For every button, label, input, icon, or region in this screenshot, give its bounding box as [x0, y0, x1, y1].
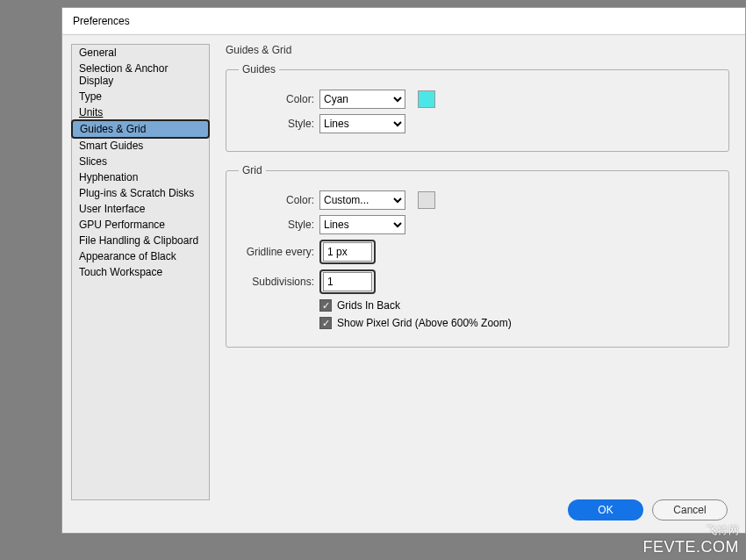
sidebar-item-smart-guides[interactable]: Smart Guides: [72, 138, 209, 154]
sidebar-item-file-handling-clipboard[interactable]: File Handling & Clipboard: [72, 233, 209, 248]
guides-color-swatch[interactable]: [418, 90, 435, 108]
sidebar-item-plug-ins-scratch-disks[interactable]: Plug-ins & Scratch Disks: [72, 185, 209, 201]
grid-color-swatch[interactable]: [418, 191, 435, 209]
sidebar-item-touch-workspace[interactable]: Touch Workspace: [72, 264, 209, 280]
sidebar-item-hyphenation[interactable]: Hyphenation: [72, 169, 209, 185]
grid-group: Grid Color: Custom... Style: Lines Gridl…: [226, 164, 729, 348]
grids-in-back-checkbox[interactable]: ✓: [319, 299, 332, 312]
grid-color-select[interactable]: Custom...: [319, 190, 405, 210]
grids-in-back-label: Grids In Back: [337, 299, 400, 312]
check-icon: ✓: [322, 301, 330, 311]
grid-legend: Grid: [239, 164, 266, 176]
guides-color-select[interactable]: Cyan: [319, 90, 405, 109]
gridline-highlight: [319, 240, 376, 264]
dialog-title: Preferences: [62, 8, 745, 35]
guides-color-label: Color:: [239, 93, 314, 105]
sidebar-item-user-interface[interactable]: User Interface: [72, 201, 209, 217]
ok-button[interactable]: OK: [568, 499, 643, 521]
sidebar-item-general[interactable]: General: [72, 45, 209, 61]
watermark: 飞特网 FEVTE.COM: [642, 523, 739, 556]
guides-group: Guides Color: Cyan Style: Lines: [226, 63, 729, 152]
subdivisions-input[interactable]: [323, 272, 372, 291]
content: Guides & Grid Guides Color: Cyan Style: …: [219, 44, 736, 500]
sidebar-item-selection-anchor-display[interactable]: Selection & Anchor Display: [72, 61, 209, 89]
subdivisions-label: Subdivisions:: [239, 276, 314, 288]
sidebar-item-slices[interactable]: Slices: [72, 154, 209, 169]
cancel-button[interactable]: Cancel: [652, 499, 728, 521]
guides-style-select[interactable]: Lines: [319, 114, 405, 133]
dialog-body: GeneralSelection & Anchor DisplayTypeUni…: [62, 35, 745, 509]
show-pixel-grid-label: Show Pixel Grid (Above 600% Zoom): [337, 317, 512, 329]
watermark-en: FEVTE.COM: [642, 538, 739, 556]
dialog-buttons: OK Cancel: [568, 499, 728, 521]
gridline-every-label: Gridline every:: [239, 246, 314, 258]
sidebar-item-type[interactable]: Type: [72, 89, 209, 104]
sidebar-item-gpu-performance[interactable]: GPU Performance: [72, 217, 209, 233]
grid-color-label: Color:: [239, 194, 314, 206]
subdivisions-highlight: [319, 269, 376, 294]
guides-style-label: Style:: [239, 118, 314, 130]
section-heading: Guides & Grid: [226, 44, 729, 56]
sidebar-item-appearance-of-black[interactable]: Appearance of Black: [72, 248, 209, 264]
show-pixel-grid-checkbox[interactable]: ✓: [319, 317, 332, 329]
gridline-every-input[interactable]: [323, 242, 372, 262]
guides-legend: Guides: [239, 63, 279, 75]
sidebar-item-guides-grid[interactable]: Guides & Grid: [71, 119, 210, 139]
watermark-cn: 飞特网: [642, 523, 739, 538]
grid-style-label: Style:: [239, 219, 314, 231]
sidebar-item-units[interactable]: Units: [72, 104, 209, 120]
sidebar: GeneralSelection & Anchor DisplayTypeUni…: [71, 44, 210, 500]
grid-style-select[interactable]: Lines: [319, 215, 405, 234]
check-icon: ✓: [322, 319, 330, 328]
preferences-dialog: Preferences GeneralSelection & Anchor Di…: [61, 7, 746, 534]
